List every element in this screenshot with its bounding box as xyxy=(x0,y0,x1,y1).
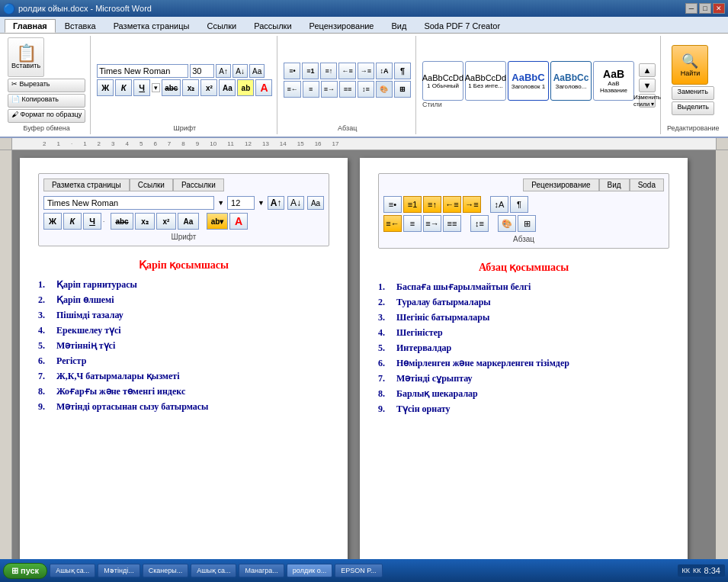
style-normal[interactable]: AaBbCcDd 1 Обычный xyxy=(422,61,463,101)
minimize-button[interactable]: ─ xyxy=(685,3,698,14)
shading-button[interactable]: 🎨 xyxy=(376,81,393,98)
copy-button[interactable]: 📄 Копировать xyxy=(8,94,85,108)
align-left-icon[interactable]: ≡← xyxy=(383,215,402,232)
close-button[interactable]: ✕ xyxy=(713,3,725,14)
format-painter-button[interactable]: 🖌 Формат по образцу xyxy=(8,109,85,123)
taskbar-item-0[interactable]: Ашық са... xyxy=(50,564,95,577)
dropdown-arrow-font[interactable]: ▼ xyxy=(217,199,224,207)
panel-aa-btn[interactable]: Aa xyxy=(307,196,324,210)
highlight-fmt-btn[interactable]: ab▾ xyxy=(207,213,228,230)
tab-mailings[interactable]: Рассылки xyxy=(245,19,300,33)
tab-soda[interactable]: Soda PDF 7 Creator xyxy=(415,19,508,33)
taskbar-item-2[interactable]: Сканеры... xyxy=(143,564,189,577)
underline-button[interactable]: Ч xyxy=(133,79,150,96)
taskbar-item-1[interactable]: Мәтінді... xyxy=(98,564,140,577)
numbering-button[interactable]: ≡1 xyxy=(302,63,319,79)
panel-tab-mail[interactable]: Рассылки xyxy=(173,178,224,191)
clear-format-button[interactable]: Aa xyxy=(249,64,265,78)
increase-indent-icon[interactable]: →≡ xyxy=(463,196,481,213)
multilevel-button[interactable]: ≡↑ xyxy=(320,63,337,79)
styles-up-button[interactable]: ▲ xyxy=(639,63,656,77)
taskbar-item-5[interactable]: ролдик о... xyxy=(287,564,332,577)
color-fmt-btn[interactable]: A xyxy=(229,213,248,230)
sort-icon[interactable]: ↕A xyxy=(490,196,508,213)
font-size-up-button[interactable]: A↑ xyxy=(216,64,231,78)
bullets-button[interactable]: ≡• xyxy=(284,63,300,79)
underline-fmt-btn[interactable]: Ч xyxy=(83,213,101,230)
taskbar-item-3[interactable]: Ашық са... xyxy=(191,564,236,577)
italic-button[interactable]: К xyxy=(115,79,132,96)
tab-layout[interactable]: Разметка страницы xyxy=(105,19,198,33)
styles-down-button[interactable]: ▼ xyxy=(639,79,656,92)
lang-indicator-1[interactable]: КК xyxy=(682,567,691,574)
sup-fmt-btn[interactable]: x² xyxy=(156,213,176,230)
panel-tab-refs[interactable]: Ссылки xyxy=(130,178,173,191)
tab-insert[interactable]: Вставка xyxy=(56,19,104,33)
line-spacing-button[interactable]: ↕≡ xyxy=(358,81,374,98)
numbering-icon[interactable]: ≡1 xyxy=(403,196,422,213)
para-tab-view[interactable]: Вид xyxy=(599,178,630,191)
highlight-button[interactable]: ab xyxy=(237,79,254,96)
para-tab-soda[interactable]: Soda xyxy=(630,178,664,191)
panel-grow-btn[interactable]: A↑ xyxy=(268,196,284,210)
bold-button[interactable]: Ж xyxy=(97,79,114,96)
sub-fmt-btn[interactable]: x₂ xyxy=(135,213,155,230)
justify-button[interactable]: ≡≡ xyxy=(339,81,356,98)
show-marks-icon[interactable]: ¶ xyxy=(510,196,528,213)
taskbar-item-6[interactable]: EPSON P... xyxy=(335,564,382,577)
maximize-button[interactable]: □ xyxy=(699,3,711,14)
strike-fmt-btn[interactable]: abc xyxy=(111,213,133,230)
style-no-space[interactable]: AaBbCcDd 1 Без инте... xyxy=(465,61,506,101)
start-button[interactable]: ⊞ пуск xyxy=(3,563,47,579)
justify-icon[interactable]: ≡≡ xyxy=(443,215,461,232)
select-button[interactable]: Выделить xyxy=(672,101,714,115)
lang-indicator-2[interactable]: КК xyxy=(693,567,701,574)
scroll-area[interactable]: Разметка страницы Ссылки Рассылки Times … xyxy=(12,150,716,582)
align-center-icon[interactable]: ≡ xyxy=(403,215,422,232)
para-tab-review[interactable]: Рецензирование xyxy=(523,178,598,191)
tab-home[interactable]: Главная xyxy=(5,19,56,33)
style-h1[interactable]: AaBbC Заголовок 1 xyxy=(508,61,549,101)
font-name-input[interactable] xyxy=(97,64,188,78)
decrease-indent-icon[interactable]: ←≡ xyxy=(443,196,461,213)
case-fmt-btn[interactable]: Aa xyxy=(178,213,199,230)
align-right-button[interactable]: ≡→ xyxy=(321,81,338,98)
line-spacing-icon[interactable]: ↕≡ xyxy=(470,215,489,232)
strikethrough-button[interactable]: abc xyxy=(162,79,181,96)
tab-view[interactable]: Вид xyxy=(383,19,415,33)
multilevel-icon[interactable]: ≡↑ xyxy=(423,196,441,213)
increase-indent-button[interactable]: →≡ xyxy=(358,63,374,79)
align-center-button[interactable]: ≡ xyxy=(303,81,319,98)
font-size-input[interactable] xyxy=(190,64,214,78)
panel-shrink-btn[interactable]: A↓ xyxy=(287,196,304,210)
decrease-indent-button[interactable]: ←≡ xyxy=(338,63,355,79)
subscript-button[interactable]: x₂ xyxy=(182,79,199,96)
taskbar-item-4[interactable]: Манагра... xyxy=(239,564,284,577)
font-size-down-button[interactable]: A↓ xyxy=(233,64,248,78)
find-button[interactable]: 🔍 Найти xyxy=(672,45,708,85)
right-scroll[interactable] xyxy=(716,150,728,582)
paste-button[interactable]: 📋 Вставить xyxy=(8,37,44,77)
replace-button[interactable]: Заменить xyxy=(672,86,714,100)
italic-fmt-btn[interactable]: К xyxy=(63,213,82,230)
change-case-button[interactable]: Aa xyxy=(219,79,236,96)
sort-button[interactable]: ↕A xyxy=(376,63,393,79)
border-icon[interactable]: ⊞ xyxy=(518,215,536,232)
font-color-button[interactable]: A xyxy=(255,79,272,96)
panel-tab-layout[interactable]: Разметка страницы xyxy=(43,178,130,191)
panel-font-name[interactable]: Times New Roman xyxy=(43,196,214,210)
cut-button[interactable]: ✂ Вырезать xyxy=(8,79,85,92)
panel-font-size[interactable]: 12 xyxy=(227,196,255,210)
shading-icon[interactable]: 🎨 xyxy=(498,215,516,232)
dropdown-arrow-size[interactable]: ▼ xyxy=(258,199,265,207)
align-left-button[interactable]: ≡← xyxy=(284,81,300,98)
tab-references[interactable]: Ссылки xyxy=(198,19,245,33)
tab-review[interactable]: Рецензирование xyxy=(301,19,383,33)
style-h2[interactable]: AaBbCc Заголово... xyxy=(550,61,592,101)
show-marks-button[interactable]: ¶ xyxy=(394,63,411,79)
list-icon[interactable]: ≡• xyxy=(383,196,402,213)
superscript-button[interactable]: x² xyxy=(200,79,217,96)
border-button[interactable]: ⊞ xyxy=(394,81,411,98)
style-title[interactable]: АаВ АаВ Название xyxy=(593,61,634,101)
align-right-icon[interactable]: ≡→ xyxy=(423,215,441,232)
